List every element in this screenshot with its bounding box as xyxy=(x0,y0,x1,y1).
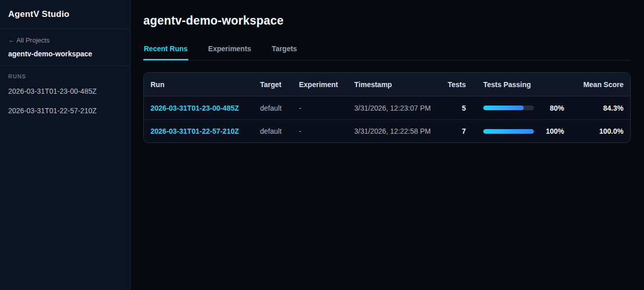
tests-passing-progress-fill xyxy=(483,129,534,134)
tests-passing-percent: 100% xyxy=(534,127,564,135)
tab-targets[interactable]: Targets xyxy=(271,45,298,60)
sidebar-header: AgentV Studio xyxy=(0,0,130,29)
column-header-experiment: Experiment xyxy=(299,80,354,89)
run-link[interactable]: 2026-03-31T01-23-00-485Z xyxy=(151,104,239,112)
target-cell: default xyxy=(260,127,299,135)
column-header-target: Target xyxy=(260,80,299,89)
experiment-cell: - xyxy=(299,127,354,135)
tests-passing-cell: 80% xyxy=(466,104,564,112)
table-header-row: Run Target Experiment Timestamp Tests Te… xyxy=(144,73,630,96)
tests-count-cell: 7 xyxy=(439,127,466,135)
runs-section-label: RUNS xyxy=(8,73,122,79)
mean-score-cell: 84.3% xyxy=(564,104,624,112)
tests-passing-progress-bar xyxy=(483,106,534,110)
experiment-cell: - xyxy=(299,104,354,112)
sidebar-project-section: ← All Projects agentv-demo-workspace xyxy=(0,29,130,66)
timestamp-cell: 3/31/2026, 12:22:58 PM xyxy=(354,127,439,135)
runs-table: Run Target Experiment Timestamp Tests Te… xyxy=(143,72,631,143)
tab-recent-runs[interactable]: Recent Runs xyxy=(143,45,188,60)
run-link[interactable]: 2026-03-31T01-22-57-210Z xyxy=(151,127,239,135)
sidebar: AgentV Studio ← All Projects agentv-demo… xyxy=(0,0,131,290)
column-header-run: Run xyxy=(151,80,260,89)
main-content: agentv-demo-workspace Recent Runs Experi… xyxy=(131,0,644,290)
mean-score-cell: 100.0% xyxy=(564,127,624,135)
tab-bar: Recent Runs Experiments Targets xyxy=(143,45,631,60)
page-title: agentv-demo-workspace xyxy=(143,14,631,28)
tests-passing-cell: 100% xyxy=(466,127,564,135)
table-row: 2026-03-31T01-22-57-210Z default - 3/31/… xyxy=(144,119,630,142)
sidebar-run-item[interactable]: 2026-03-31T01-23-00-485Z xyxy=(8,87,122,95)
app-window: AgentV Studio ← All Projects agentv-demo… xyxy=(0,0,644,290)
sidebar-run-item[interactable]: 2026-03-31T01-22-57-210Z xyxy=(8,107,122,115)
sidebar-runs-section: RUNS 2026-03-31T01-23-00-485Z 2026-03-31… xyxy=(0,66,130,133)
tests-passing-progress-bar xyxy=(483,129,534,134)
tests-passing-percent: 80% xyxy=(534,104,564,112)
column-header-tests-passing: Tests Passing xyxy=(466,80,564,89)
timestamp-cell: 3/31/2026, 12:23:07 PM xyxy=(354,104,439,112)
column-header-mean-score: Mean Score xyxy=(564,80,624,89)
tab-experiments[interactable]: Experiments xyxy=(208,45,252,60)
sidebar-project-name: agentv-demo-workspace xyxy=(8,50,122,58)
target-cell: default xyxy=(260,104,299,112)
table-row: 2026-03-31T01-23-00-485Z default - 3/31/… xyxy=(144,96,630,119)
column-header-tests: Tests xyxy=(439,80,466,89)
app-title: AgentV Studio xyxy=(8,9,70,19)
column-header-timestamp: Timestamp xyxy=(354,80,439,89)
all-projects-link[interactable]: ← All Projects xyxy=(8,36,122,44)
tests-passing-progress-fill xyxy=(483,106,524,110)
tests-count-cell: 5 xyxy=(439,104,466,112)
